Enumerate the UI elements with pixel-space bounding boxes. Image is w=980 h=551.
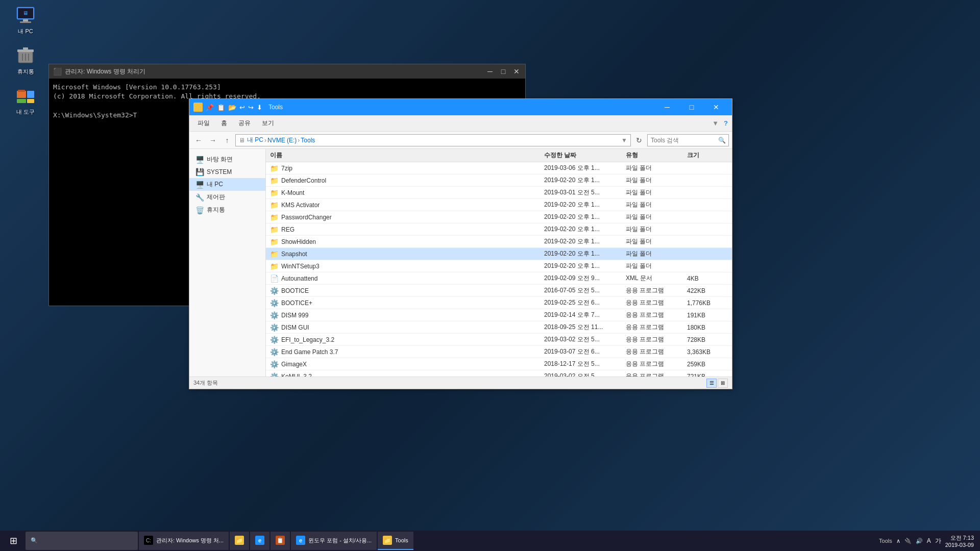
cmd-controls: ─ □ ✕ bbox=[485, 67, 521, 76]
exe-icon: ⚙️ bbox=[270, 360, 278, 368]
paste-icon[interactable]: 📂 bbox=[228, 104, 236, 111]
taskbar-item-ie2[interactable]: e 윈도우 포럼 - 설치/사용... bbox=[291, 532, 377, 550]
undo-icon[interactable]: ↩ bbox=[239, 104, 245, 111]
file-row[interactable]: ⚙️DISM 999 2019-02-14 오후 7... 응용 프로그램 19… bbox=[266, 309, 732, 321]
file-row[interactable]: ⚙️BOOTICE+ 2019-02-25 오전 6... 응용 프로그램 1,… bbox=[266, 297, 732, 309]
file-name-text: DISM 999 bbox=[281, 312, 308, 319]
desktop-icon-mytools[interactable]: 내 도구 bbox=[8, 86, 43, 116]
taskbar-item-tools[interactable]: 📁 Tools bbox=[378, 532, 413, 550]
help-btn[interactable]: ? bbox=[724, 119, 728, 127]
file-type: 응용 프로그램 bbox=[626, 298, 687, 307]
tray-chevron-icon[interactable]: ∧ bbox=[896, 538, 900, 544]
menu-view[interactable]: 보기 bbox=[258, 118, 278, 129]
menu-file[interactable]: 파일 bbox=[193, 118, 214, 129]
tray-input-icon[interactable]: A bbox=[927, 537, 931, 544]
desktop-icon-recycle[interactable]: 휴지통 bbox=[8, 45, 43, 76]
sidebar-item-desktop[interactable]: 🖥️ 바탕 화면 bbox=[189, 153, 265, 166]
sidebar-item-recycle[interactable]: 🗑️ 휴지통 bbox=[189, 204, 265, 216]
menu-share[interactable]: 공유 bbox=[234, 118, 255, 129]
file-row[interactable]: 📁DefenderControl 2019-02-20 오후 1... 파일 폴… bbox=[266, 174, 732, 187]
breadcrumb-sep1: › bbox=[264, 137, 266, 144]
file-size: 4KB bbox=[687, 275, 728, 282]
file-row[interactable]: 📁7zip 2019-03-06 오후 1... 파일 폴더 bbox=[266, 162, 732, 174]
file-type: 파일 폴더 bbox=[626, 213, 687, 221]
view-tiles-btn[interactable]: ⊞ bbox=[718, 379, 728, 388]
file-type: XML 문서 bbox=[626, 274, 687, 283]
file-date: 2019-02-20 오후 1... bbox=[544, 176, 626, 185]
taskbar-item-ie[interactable]: e bbox=[250, 532, 270, 550]
taskbar-item-tools2[interactable]: 📋 bbox=[271, 532, 290, 550]
start-button[interactable]: ⊞ bbox=[2, 531, 24, 551]
search-input[interactable] bbox=[647, 134, 729, 146]
taskbar-clock[interactable]: 오전 7:13 2019-03-09 bbox=[945, 534, 974, 548]
explorer-close-btn[interactable]: ✕ bbox=[704, 99, 728, 115]
col-type[interactable]: 유형 bbox=[626, 151, 687, 160]
breadcrumb-pc[interactable]: 내 PC bbox=[247, 136, 263, 144]
desktop-icon-mypc[interactable]: 🖥 내 PC bbox=[8, 5, 43, 35]
expand-ribbon-btn[interactable]: ▼ bbox=[712, 119, 719, 127]
taskbar-item-cmd[interactable]: C: 관리자: Windows 명령 처... bbox=[139, 532, 229, 550]
breadcrumb-drive[interactable]: NVME (E:) bbox=[267, 137, 297, 144]
taskbar-cmd-label: 관리자: Windows 명령 처... bbox=[156, 537, 224, 544]
tray-ime-icon[interactable]: 가 bbox=[935, 537, 941, 545]
file-row[interactable]: 📁WinNTSetup3 2019-02-20 오후 1... 파일 폴더 bbox=[266, 260, 732, 272]
file-row[interactable]: 📁REG 2019-02-20 오후 1... 파일 폴더 bbox=[266, 223, 732, 236]
cmd-close-btn[interactable]: ✕ bbox=[512, 67, 521, 76]
nav-up-btn[interactable]: ↑ bbox=[221, 134, 233, 146]
file-row[interactable]: 📁KMS Activator 2019-02-20 오후 1... 파일 폴더 bbox=[266, 199, 732, 211]
file-list: 이름 수정한 날짜 유형 크기 📁7zip 2019-03-06 오후 1...… bbox=[266, 149, 732, 377]
cmd-minimize-btn[interactable]: ─ bbox=[485, 67, 495, 76]
svg-rect-11 bbox=[17, 91, 26, 98]
cmd-line-1: Microsoft Windows [Version 10.0.17763.25… bbox=[53, 83, 521, 92]
sidebar-mypc-label: 내 PC bbox=[207, 180, 223, 189]
file-date: 2019-02-20 오후 1... bbox=[544, 249, 626, 258]
svg-rect-12 bbox=[18, 90, 25, 92]
status-bar: 34개 항목 ☰ ⊞ bbox=[189, 377, 732, 389]
explorer-window: 📌 📋 📂 ↩ ↪ ⬇ Tools ─ □ ✕ 파일 홈 공유 보기 ▼ ? bbox=[189, 98, 732, 389]
explorer-minimize-btn[interactable]: ─ bbox=[655, 99, 679, 115]
view-details-btn[interactable]: ☰ bbox=[706, 379, 717, 388]
file-row[interactable]: 📄Autounattend 2019-02-09 오전 9... XML 문서 … bbox=[266, 272, 732, 285]
file-row[interactable]: 📁K-Mount 2019-03-01 오전 5... 파일 폴더 bbox=[266, 187, 732, 199]
mytools-icon bbox=[15, 86, 36, 106]
explorer-titlebar: 📌 📋 📂 ↩ ↪ ⬇ Tools ─ □ ✕ bbox=[189, 99, 732, 115]
col-size[interactable]: 크기 bbox=[687, 151, 728, 160]
file-row-snapshot[interactable]: 📁Snapshot 2019-02-20 오후 1... 파일 폴더 bbox=[266, 248, 732, 260]
file-row[interactable]: ⚙️BOOTICE 2016-07-05 오전 5... 응용 프로그램 422… bbox=[266, 285, 732, 297]
pin-icon[interactable]: 📌 bbox=[206, 104, 214, 111]
taskbar-item-explorer[interactable]: 📁 bbox=[230, 532, 249, 550]
file-row[interactable]: ⚙️GimageX 2018-12-17 오전 5... 응용 프로그램 259… bbox=[266, 358, 732, 370]
file-type: 응용 프로그램 bbox=[626, 360, 687, 368]
nav-back-btn[interactable]: ← bbox=[192, 134, 205, 146]
redo-icon[interactable]: ↪ bbox=[248, 104, 254, 111]
address-bar[interactable]: 🖥 내 PC › NVME (E:) › Tools ▼ bbox=[235, 134, 631, 146]
sidebar-item-control[interactable]: 🔧 제어판 bbox=[189, 191, 265, 204]
nav-forward-btn[interactable]: → bbox=[207, 134, 219, 146]
taskbar-search[interactable]: 🔍 bbox=[26, 532, 138, 550]
col-date[interactable]: 수정한 날짜 bbox=[544, 151, 626, 160]
col-name[interactable]: 이름 bbox=[270, 151, 544, 160]
properties-icon[interactable]: ⬇ bbox=[257, 104, 262, 111]
tools2-taskbar-icon: 📋 bbox=[276, 536, 285, 545]
nav-refresh-btn[interactable]: ↻ bbox=[633, 134, 645, 146]
file-row[interactable]: ⚙️DISM GUI 2018-09-25 오전 11... 응용 프로그램 1… bbox=[266, 321, 732, 334]
file-row[interactable]: 📁ShowHidden 2019-02-20 오후 1... 파일 폴더 bbox=[266, 236, 732, 248]
folder-icon: 📁 bbox=[270, 177, 278, 185]
file-row[interactable]: ⚙️EFI_to_Legacy_3.2 2019-03-02 오전 5... 응… bbox=[266, 334, 732, 346]
file-row[interactable]: ⚙️End Game Patch 3.7 2019-03-07 오전 6... … bbox=[266, 346, 732, 358]
sidebar-item-mypc[interactable]: 🖥️ 내 PC bbox=[189, 178, 265, 191]
menu-home[interactable]: 홈 bbox=[217, 118, 231, 129]
file-row[interactable]: ⚙️KoMUI_3.2 2019-03-02 오전 5... 응용 프로그램 7… bbox=[266, 370, 732, 377]
cmd-restore-btn[interactable]: □ bbox=[499, 67, 508, 76]
mypc-icon: 🖥 bbox=[15, 5, 36, 26]
explorer-maximize-btn[interactable]: □ bbox=[680, 99, 703, 115]
copy-icon[interactable]: 📋 bbox=[217, 104, 225, 111]
exe-icon: ⚙️ bbox=[270, 348, 278, 356]
sidebar-item-system[interactable]: 💾 SYSTEM bbox=[189, 166, 265, 178]
address-dropdown-btn[interactable]: ▼ bbox=[621, 137, 627, 144]
file-row[interactable]: 📁PasswordChanger 2019-02-20 오후 1... 파일 폴… bbox=[266, 211, 732, 223]
tray-volume-icon[interactable]: 🔊 bbox=[916, 538, 923, 544]
xml-icon: 📄 bbox=[270, 274, 278, 283]
explorer-menu-bar: 파일 홈 공유 보기 ▼ ? bbox=[189, 115, 732, 132]
breadcrumb-folder[interactable]: Tools bbox=[301, 137, 315, 144]
